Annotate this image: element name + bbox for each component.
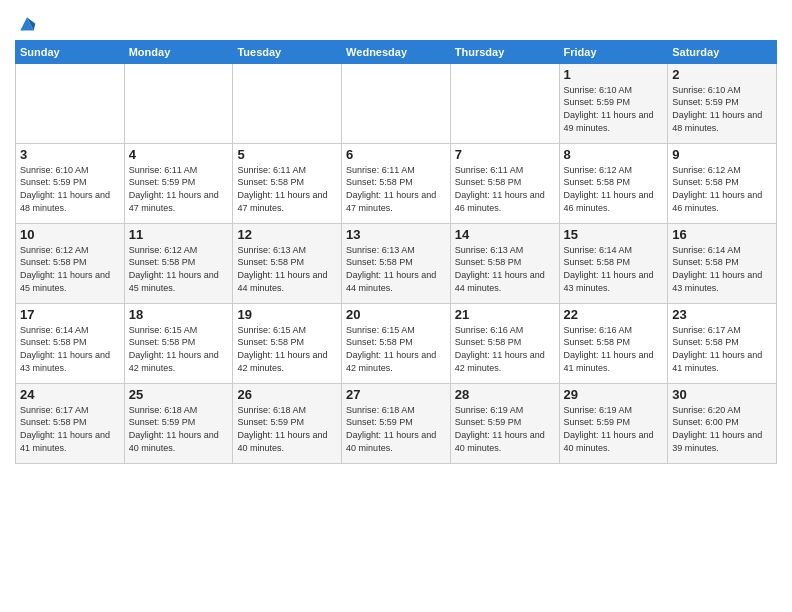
calendar-week-2: 3Sunrise: 6:10 AM Sunset: 5:59 PM Daylig… xyxy=(16,143,777,223)
calendar-cell: 14Sunrise: 6:13 AM Sunset: 5:58 PM Dayli… xyxy=(450,223,559,303)
day-number: 21 xyxy=(455,307,555,322)
header-monday: Monday xyxy=(124,40,233,63)
calendar-cell: 7Sunrise: 6:11 AM Sunset: 5:58 PM Daylig… xyxy=(450,143,559,223)
day-info: Sunrise: 6:12 AM Sunset: 5:58 PM Dayligh… xyxy=(129,244,229,294)
calendar-cell: 16Sunrise: 6:14 AM Sunset: 5:58 PM Dayli… xyxy=(668,223,777,303)
day-number: 27 xyxy=(346,387,446,402)
day-number: 4 xyxy=(129,147,229,162)
logo-text xyxy=(15,14,37,34)
header-wednesday: Wednesday xyxy=(342,40,451,63)
day-info: Sunrise: 6:19 AM Sunset: 5:59 PM Dayligh… xyxy=(564,404,664,454)
day-info: Sunrise: 6:11 AM Sunset: 5:58 PM Dayligh… xyxy=(346,164,446,214)
calendar-cell: 3Sunrise: 6:10 AM Sunset: 5:59 PM Daylig… xyxy=(16,143,125,223)
day-info: Sunrise: 6:13 AM Sunset: 5:58 PM Dayligh… xyxy=(346,244,446,294)
calendar-header-row: SundayMondayTuesdayWednesdayThursdayFrid… xyxy=(16,40,777,63)
day-number: 26 xyxy=(237,387,337,402)
header-friday: Friday xyxy=(559,40,668,63)
logo-icon xyxy=(17,13,37,33)
day-info: Sunrise: 6:12 AM Sunset: 5:58 PM Dayligh… xyxy=(672,164,772,214)
calendar-cell: 11Sunrise: 6:12 AM Sunset: 5:58 PM Dayli… xyxy=(124,223,233,303)
day-number: 23 xyxy=(672,307,772,322)
day-info: Sunrise: 6:11 AM Sunset: 5:58 PM Dayligh… xyxy=(455,164,555,214)
calendar-cell: 4Sunrise: 6:11 AM Sunset: 5:59 PM Daylig… xyxy=(124,143,233,223)
calendar-cell: 30Sunrise: 6:20 AM Sunset: 6:00 PM Dayli… xyxy=(668,383,777,463)
header-tuesday: Tuesday xyxy=(233,40,342,63)
calendar-cell: 26Sunrise: 6:18 AM Sunset: 5:59 PM Dayli… xyxy=(233,383,342,463)
calendar-cell: 23Sunrise: 6:17 AM Sunset: 5:58 PM Dayli… xyxy=(668,303,777,383)
day-number: 6 xyxy=(346,147,446,162)
calendar-week-5: 24Sunrise: 6:17 AM Sunset: 5:58 PM Dayli… xyxy=(16,383,777,463)
day-number: 3 xyxy=(20,147,120,162)
calendar-week-1: 1Sunrise: 6:10 AM Sunset: 5:59 PM Daylig… xyxy=(16,63,777,143)
day-info: Sunrise: 6:10 AM Sunset: 5:59 PM Dayligh… xyxy=(564,84,664,134)
day-number: 12 xyxy=(237,227,337,242)
day-number: 19 xyxy=(237,307,337,322)
day-info: Sunrise: 6:14 AM Sunset: 5:58 PM Dayligh… xyxy=(672,244,772,294)
day-info: Sunrise: 6:10 AM Sunset: 5:59 PM Dayligh… xyxy=(20,164,120,214)
day-info: Sunrise: 6:16 AM Sunset: 5:58 PM Dayligh… xyxy=(455,324,555,374)
day-info: Sunrise: 6:15 AM Sunset: 5:58 PM Dayligh… xyxy=(129,324,229,374)
day-number: 14 xyxy=(455,227,555,242)
day-info: Sunrise: 6:15 AM Sunset: 5:58 PM Dayligh… xyxy=(346,324,446,374)
day-info: Sunrise: 6:20 AM Sunset: 6:00 PM Dayligh… xyxy=(672,404,772,454)
calendar-cell: 1Sunrise: 6:10 AM Sunset: 5:59 PM Daylig… xyxy=(559,63,668,143)
calendar-cell xyxy=(233,63,342,143)
day-info: Sunrise: 6:18 AM Sunset: 5:59 PM Dayligh… xyxy=(237,404,337,454)
day-number: 20 xyxy=(346,307,446,322)
day-number: 10 xyxy=(20,227,120,242)
calendar-week-4: 17Sunrise: 6:14 AM Sunset: 5:58 PM Dayli… xyxy=(16,303,777,383)
day-info: Sunrise: 6:13 AM Sunset: 5:58 PM Dayligh… xyxy=(237,244,337,294)
day-number: 17 xyxy=(20,307,120,322)
calendar-cell: 9Sunrise: 6:12 AM Sunset: 5:58 PM Daylig… xyxy=(668,143,777,223)
day-number: 22 xyxy=(564,307,664,322)
day-info: Sunrise: 6:12 AM Sunset: 5:58 PM Dayligh… xyxy=(564,164,664,214)
day-number: 2 xyxy=(672,67,772,82)
calendar-cell: 15Sunrise: 6:14 AM Sunset: 5:58 PM Dayli… xyxy=(559,223,668,303)
calendar-cell: 21Sunrise: 6:16 AM Sunset: 5:58 PM Dayli… xyxy=(450,303,559,383)
header-sunday: Sunday xyxy=(16,40,125,63)
day-info: Sunrise: 6:14 AM Sunset: 5:58 PM Dayligh… xyxy=(564,244,664,294)
header-thursday: Thursday xyxy=(450,40,559,63)
logo xyxy=(15,14,37,34)
calendar-cell xyxy=(342,63,451,143)
day-number: 18 xyxy=(129,307,229,322)
day-number: 30 xyxy=(672,387,772,402)
calendar-cell: 2Sunrise: 6:10 AM Sunset: 5:59 PM Daylig… xyxy=(668,63,777,143)
day-number: 16 xyxy=(672,227,772,242)
day-info: Sunrise: 6:19 AM Sunset: 5:59 PM Dayligh… xyxy=(455,404,555,454)
calendar-cell: 13Sunrise: 6:13 AM Sunset: 5:58 PM Dayli… xyxy=(342,223,451,303)
day-info: Sunrise: 6:13 AM Sunset: 5:58 PM Dayligh… xyxy=(455,244,555,294)
calendar-cell: 28Sunrise: 6:19 AM Sunset: 5:59 PM Dayli… xyxy=(450,383,559,463)
day-info: Sunrise: 6:11 AM Sunset: 5:59 PM Dayligh… xyxy=(129,164,229,214)
day-info: Sunrise: 6:16 AM Sunset: 5:58 PM Dayligh… xyxy=(564,324,664,374)
day-info: Sunrise: 6:18 AM Sunset: 5:59 PM Dayligh… xyxy=(346,404,446,454)
day-number: 24 xyxy=(20,387,120,402)
calendar-cell: 12Sunrise: 6:13 AM Sunset: 5:58 PM Dayli… xyxy=(233,223,342,303)
calendar-cell: 5Sunrise: 6:11 AM Sunset: 5:58 PM Daylig… xyxy=(233,143,342,223)
day-info: Sunrise: 6:17 AM Sunset: 5:58 PM Dayligh… xyxy=(20,404,120,454)
day-number: 29 xyxy=(564,387,664,402)
calendar-week-3: 10Sunrise: 6:12 AM Sunset: 5:58 PM Dayli… xyxy=(16,223,777,303)
calendar-cell: 18Sunrise: 6:15 AM Sunset: 5:58 PM Dayli… xyxy=(124,303,233,383)
calendar-cell xyxy=(16,63,125,143)
day-info: Sunrise: 6:15 AM Sunset: 5:58 PM Dayligh… xyxy=(237,324,337,374)
calendar-table: SundayMondayTuesdayWednesdayThursdayFrid… xyxy=(15,40,777,464)
calendar-cell: 27Sunrise: 6:18 AM Sunset: 5:59 PM Dayli… xyxy=(342,383,451,463)
calendar-cell: 22Sunrise: 6:16 AM Sunset: 5:58 PM Dayli… xyxy=(559,303,668,383)
calendar-cell: 17Sunrise: 6:14 AM Sunset: 5:58 PM Dayli… xyxy=(16,303,125,383)
header-saturday: Saturday xyxy=(668,40,777,63)
calendar-cell: 29Sunrise: 6:19 AM Sunset: 5:59 PM Dayli… xyxy=(559,383,668,463)
day-number: 15 xyxy=(564,227,664,242)
header xyxy=(15,10,777,34)
calendar-cell: 24Sunrise: 6:17 AM Sunset: 5:58 PM Dayli… xyxy=(16,383,125,463)
day-number: 13 xyxy=(346,227,446,242)
day-info: Sunrise: 6:10 AM Sunset: 5:59 PM Dayligh… xyxy=(672,84,772,134)
calendar-cell: 19Sunrise: 6:15 AM Sunset: 5:58 PM Dayli… xyxy=(233,303,342,383)
day-info: Sunrise: 6:12 AM Sunset: 5:58 PM Dayligh… xyxy=(20,244,120,294)
day-info: Sunrise: 6:17 AM Sunset: 5:58 PM Dayligh… xyxy=(672,324,772,374)
calendar-cell: 8Sunrise: 6:12 AM Sunset: 5:58 PM Daylig… xyxy=(559,143,668,223)
calendar-cell xyxy=(124,63,233,143)
day-info: Sunrise: 6:11 AM Sunset: 5:58 PM Dayligh… xyxy=(237,164,337,214)
calendar-cell: 20Sunrise: 6:15 AM Sunset: 5:58 PM Dayli… xyxy=(342,303,451,383)
day-number: 8 xyxy=(564,147,664,162)
